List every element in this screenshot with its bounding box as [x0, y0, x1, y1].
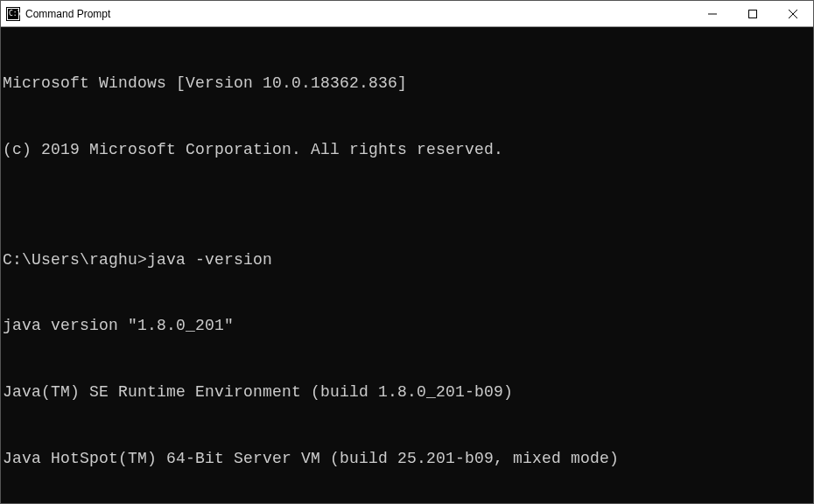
window: C:\ Command Prompt Microsoft Windows [Ve…	[0, 0, 814, 504]
terminal-output[interactable]: Microsoft Windows [Version 10.0.18362.83…	[1, 27, 813, 503]
cmd-icon: C:\	[6, 7, 20, 21]
terminal-line: java version "1.8.0_201"	[3, 315, 811, 337]
titlebar[interactable]: C:\ Command Prompt	[1, 1, 813, 27]
svg-text:C:\: C:\	[9, 10, 20, 18]
maximize-button[interactable]	[733, 1, 773, 27]
terminal-line: Java HotSpot(TM) 64-Bit Server VM (build…	[3, 448, 811, 470]
minimize-button[interactable]	[692, 1, 733, 27]
maximize-icon	[748, 10, 757, 18]
terminal-line: Microsoft Windows [Version 10.0.18362.83…	[3, 73, 811, 94]
window-title: Command Prompt	[25, 8, 110, 20]
terminal-line: (c) 2019 Microsoft Corporation. All righ…	[3, 139, 811, 161]
terminal-line: C:\Users\raghu>java -version	[3, 249, 811, 271]
svg-rect-5	[749, 10, 757, 18]
close-icon	[789, 10, 797, 18]
minimize-icon	[708, 10, 717, 18]
terminal-line: Java(TM) SE Runtime Environment (build 1…	[3, 382, 811, 403]
close-button[interactable]	[773, 1, 813, 27]
